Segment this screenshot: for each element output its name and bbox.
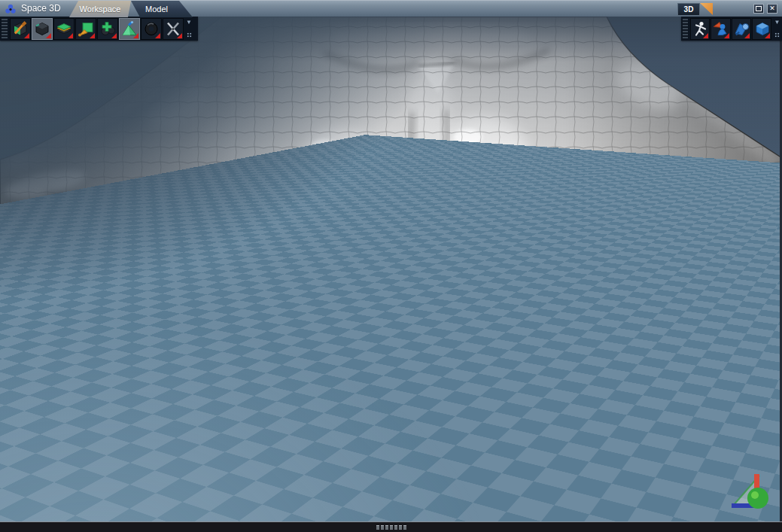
- tool-scissors[interactable]: [163, 18, 184, 40]
- sphere-highlight: [751, 491, 759, 499]
- tool-cube-primitive[interactable]: [32, 18, 53, 40]
- chevron-down-icon: ▼: [186, 20, 192, 26]
- tool-skeleton-figure[interactable]: [690, 18, 710, 40]
- 3d-viewport[interactable]: [0, 17, 782, 521]
- bottom-bar: [0, 521, 782, 532]
- tool-variant-corner: [24, 33, 29, 38]
- tool-blue-cube[interactable]: [752, 18, 771, 40]
- view-mode-3d-button[interactable]: 3D: [677, 3, 700, 16]
- app-title: Space 3D: [21, 1, 61, 17]
- close-button[interactable]: ✕: [767, 4, 777, 14]
- tool-variant-corner: [111, 33, 117, 38]
- tool-variant-corner: [703, 33, 708, 38]
- application-window: Space 3D Workspace Model 3D ✕: [0, 0, 782, 532]
- tab-workspace-label: Workspace: [80, 5, 121, 14]
- tool-torus-primitive[interactable]: [141, 18, 162, 40]
- orientation-triad[interactable]: [729, 473, 771, 512]
- drag-dots-icon: [187, 32, 192, 38]
- maximize-icon: [756, 6, 762, 11]
- toolbar-left: ▼: [0, 17, 198, 41]
- tool-variant-corner: [155, 33, 160, 38]
- tool-boolean-union[interactable]: [97, 18, 118, 40]
- chevron-down-icon: ▼: [774, 20, 780, 26]
- maximize-button[interactable]: [753, 4, 764, 14]
- tool-paint-cube[interactable]: [10, 18, 31, 40]
- tool-variant-corner: [724, 33, 729, 38]
- tool-variant-corner: [90, 33, 95, 38]
- tool-variant-corner: [133, 33, 138, 38]
- fold-corner-icon[interactable]: [700, 3, 713, 15]
- axis-origin-sphere: [747, 488, 768, 509]
- tool-layer-stack[interactable]: [53, 18, 75, 40]
- drag-dots-icon: [774, 32, 780, 38]
- tool-variant-corner: [46, 33, 51, 38]
- title-bar: Space 3D Workspace Model 3D ✕: [0, 0, 782, 17]
- toolbar-right: ▼: [681, 17, 782, 41]
- tool-plane-spotlight[interactable]: [75, 18, 96, 40]
- toolbar-right-grip[interactable]: [683, 19, 688, 38]
- bottom-toolbar-handle[interactable]: [376, 525, 406, 530]
- trefoil-logo-icon: [5, 3, 17, 15]
- toolbar-left-overflow[interactable]: ▼: [184, 18, 194, 39]
- tool-spotlight-camera[interactable]: [732, 18, 751, 40]
- horizon-fog: [0, 17, 782, 521]
- tab-model[interactable]: Model: [120, 1, 193, 17]
- tool-variant-corner: [765, 33, 770, 38]
- tab-model-label: Model: [145, 5, 168, 14]
- tool-actor-pose[interactable]: [710, 18, 730, 40]
- tool-variant-corner: [744, 33, 750, 38]
- tool-variant-corner: [68, 33, 73, 38]
- tab-workspace[interactable]: Workspace: [69, 1, 131, 17]
- toolbar-left-grip[interactable]: [2, 19, 8, 38]
- toolbar-right-overflow[interactable]: ▼: [772, 18, 782, 39]
- tool-variant-corner: [177, 33, 182, 38]
- tool-cone-point-edit[interactable]: [119, 18, 140, 40]
